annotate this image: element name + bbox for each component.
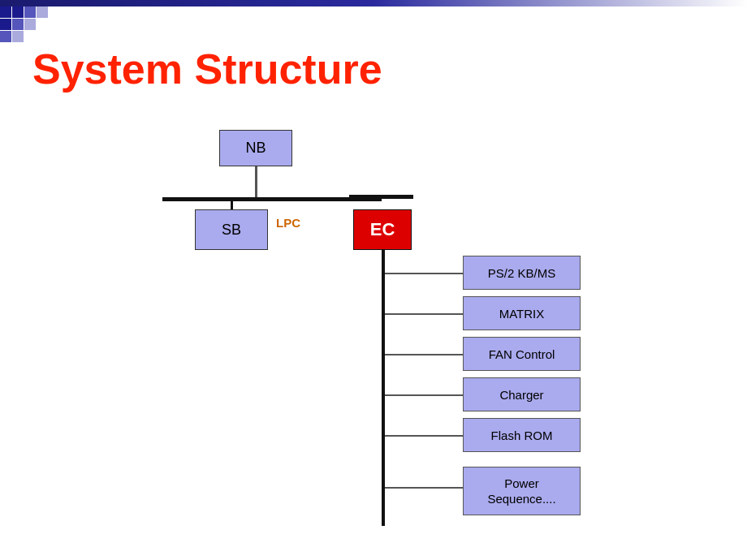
box-ec: EC xyxy=(353,209,412,250)
diagram: NB SB LPC EC PS/2 KB/MS MATRIX FAN Contr… xyxy=(0,114,747,536)
lpc-label: LPC xyxy=(276,216,300,230)
hline-to-ec xyxy=(349,195,413,199)
hconn-charger xyxy=(385,394,463,396)
box-charger: Charger xyxy=(463,377,581,411)
top-bar xyxy=(0,0,747,6)
hconn-fan xyxy=(385,354,463,355)
box-nb: NB xyxy=(219,130,292,166)
box-flash: Flash ROM xyxy=(463,418,581,452)
hconn-power xyxy=(385,487,463,489)
box-sb: SB xyxy=(195,209,268,250)
page-title: System Structure xyxy=(32,45,382,93)
box-power-sequence: PowerSequence.... xyxy=(463,467,581,515)
vline-sb-down xyxy=(231,197,233,209)
hconn-ps2 xyxy=(385,273,463,274)
corner-decoration xyxy=(0,6,48,42)
hconn-flash xyxy=(385,435,463,437)
hconn-matrix xyxy=(385,313,463,315)
box-fan: FAN Control xyxy=(463,337,581,371)
box-ps2: PS/2 KB/MS xyxy=(463,256,581,290)
ec-trunk-line xyxy=(382,250,385,526)
box-matrix: MATRIX xyxy=(463,296,581,330)
vline-nb xyxy=(255,166,257,197)
